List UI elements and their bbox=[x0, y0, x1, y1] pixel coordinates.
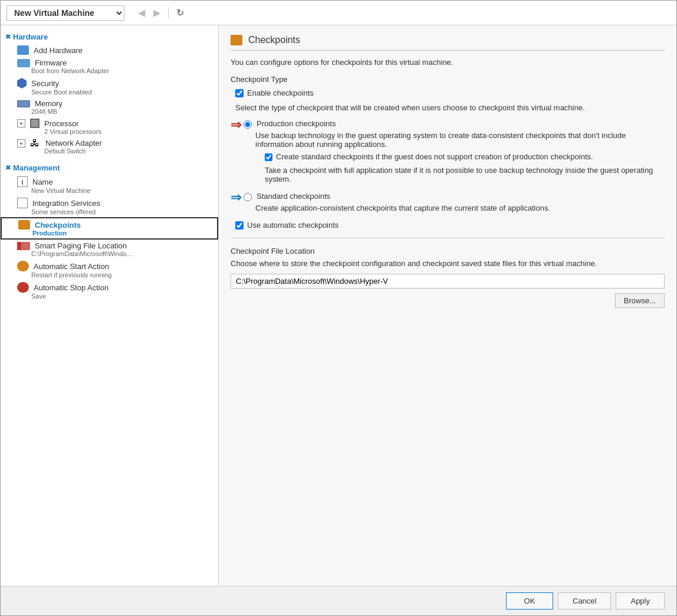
standard-radio-content: Standard checkpoints Create application-… bbox=[244, 192, 665, 216]
standard-radio-section: ⇒ Standard checkpoints Create applicatio… bbox=[231, 192, 665, 216]
forward-button[interactable]: ▶ bbox=[150, 5, 163, 20]
autostop-sublabel: Save bbox=[17, 293, 213, 300]
enable-checkpoints-label[interactable]: Enable checkpoints bbox=[247, 89, 314, 97]
title-bar-left: New Virtual Machine ◀ ▶ ↻ bbox=[6, 5, 187, 21]
sidebar-item-autostart[interactable]: Automatic Start Action Restart if previo… bbox=[1, 259, 218, 280]
toolbar-divider bbox=[168, 7, 169, 19]
panel-header-icon bbox=[231, 35, 242, 45]
firmware-sublabel: Boot from Network Adapter bbox=[17, 67, 213, 74]
ok-button[interactable]: OK bbox=[506, 592, 553, 610]
cancel-button[interactable]: Cancel bbox=[558, 592, 611, 610]
hardware-collapse-icon: ✖ bbox=[5, 33, 11, 41]
location-input-row bbox=[231, 274, 665, 289]
management-section-header[interactable]: ✖ Management bbox=[1, 161, 218, 175]
back-button[interactable]: ◀ bbox=[135, 5, 148, 20]
separator bbox=[231, 238, 665, 238]
use-automatic-label[interactable]: Use automatic checkpoints bbox=[247, 221, 338, 230]
right-panel: Checkpoints You can configure options fo… bbox=[219, 25, 676, 586]
name-icon: I bbox=[17, 176, 28, 187]
standard-note: Take a checkpoint with full application … bbox=[244, 166, 665, 184]
create-standard-label[interactable]: Create standard checkpoints if the guest… bbox=[276, 152, 593, 161]
hardware-header-label: Hardware bbox=[13, 32, 48, 41]
sidebar: ✖ Hardware Add Hardware Firmware Boot fr… bbox=[1, 25, 219, 586]
enable-checkpoints-checkbox[interactable] bbox=[235, 89, 244, 97]
sidebar-item-security[interactable]: Security Secure Boot enabled bbox=[1, 76, 218, 97]
standard-checkpoint-radio[interactable] bbox=[244, 193, 252, 201]
autostart-label: Automatic Start Action bbox=[34, 262, 109, 271]
sidebar-item-processor[interactable]: + Processor 2 Virtual processors bbox=[1, 117, 218, 137]
sidebar-item-integration-services[interactable]: Integration Services Some services offer… bbox=[1, 196, 218, 217]
sidebar-item-smart-paging[interactable]: Smart Paging File Location C:\ProgramDat… bbox=[1, 240, 218, 259]
memory-icon bbox=[17, 100, 30, 107]
management-header-label: Management bbox=[13, 163, 60, 172]
checkpoint-icon bbox=[18, 220, 30, 230]
smart-paging-sublabel: C:\ProgramData\Microsoft\Windo... bbox=[17, 250, 213, 257]
use-automatic-row: Use automatic checkpoints bbox=[231, 221, 665, 230]
sidebar-item-checkpoints[interactable]: Checkpoints Production bbox=[1, 217, 218, 240]
management-collapse-icon: ✖ bbox=[5, 164, 11, 172]
security-icon bbox=[17, 78, 27, 89]
checkpoint-type-label: Checkpoint Type bbox=[231, 75, 665, 84]
sidebar-item-firmware[interactable]: Firmware Boot from Network Adapter bbox=[1, 57, 218, 76]
sidebar-item-network-adapter[interactable]: + 🖧 Network Adapter Default Switch bbox=[1, 137, 218, 156]
vm-selector[interactable]: New Virtual Machine bbox=[6, 5, 124, 21]
location-input[interactable] bbox=[231, 274, 665, 289]
panel-description: You can configure options for checkpoint… bbox=[231, 58, 665, 67]
blue-arrow-icon: ⇒ bbox=[231, 192, 241, 204]
memory-label: Memory bbox=[35, 99, 63, 108]
location-description: Choose where to store the checkpoint con… bbox=[231, 259, 665, 268]
name-label: Name bbox=[32, 178, 53, 186]
firmware-icon bbox=[17, 59, 30, 67]
production-radio-row: Production checkpoints bbox=[244, 119, 665, 129]
production-radio-content: Production checkpoints Use backup techno… bbox=[244, 119, 665, 189]
processor-expander[interactable]: + bbox=[17, 119, 25, 127]
sidebar-item-autostop[interactable]: Automatic Stop Action Save bbox=[1, 280, 218, 302]
autostart-sublabel: Restart if previously running bbox=[17, 271, 213, 278]
standard-radio-label[interactable]: Standard checkpoints bbox=[257, 192, 330, 201]
security-sublabel: Secure Boot enabled bbox=[17, 89, 213, 96]
production-checkpoint-radio[interactable] bbox=[244, 120, 252, 129]
sidebar-item-memory[interactable]: Memory 2048 MB bbox=[1, 97, 218, 117]
main-content: ✖ Hardware Add Hardware Firmware Boot fr… bbox=[1, 25, 676, 586]
create-standard-checkbox[interactable] bbox=[265, 153, 272, 161]
name-sublabel: New Virtual Machine bbox=[17, 187, 213, 194]
autostop-icon bbox=[17, 282, 29, 293]
sidebar-item-name[interactable]: I Name New Virtual Machine bbox=[1, 175, 218, 196]
refresh-button[interactable]: ↻ bbox=[173, 5, 187, 20]
security-label: Security bbox=[31, 79, 59, 88]
add-hardware-label: Add Hardware bbox=[34, 46, 83, 55]
create-standard-checkbox-row: Create standard checkpoints if the guest… bbox=[244, 152, 665, 161]
hardware-section-header[interactable]: ✖ Hardware bbox=[1, 30, 218, 44]
processor-sublabel: 2 Virtual processors bbox=[17, 128, 213, 135]
enable-checkpoints-row: Enable checkpoints bbox=[231, 89, 665, 97]
firmware-label: Firmware bbox=[35, 58, 67, 67]
toolbar: ◀ ▶ ↻ bbox=[135, 5, 187, 20]
network-expander[interactable]: + bbox=[17, 139, 25, 148]
smart-paging-icon bbox=[17, 242, 30, 250]
production-radio-label[interactable]: Production checkpoints bbox=[257, 119, 336, 128]
integration-label: Integration Services bbox=[32, 199, 100, 208]
add-hardware-icon bbox=[17, 45, 29, 55]
checkpoints-label: Checkpoints bbox=[35, 221, 81, 230]
sidebar-item-add-hardware[interactable]: Add Hardware bbox=[1, 44, 218, 57]
integration-sublabel: Some services offered bbox=[17, 208, 213, 215]
autostart-icon bbox=[17, 261, 29, 271]
autostop-label: Automatic Stop Action bbox=[34, 283, 109, 292]
standard-radio-row: Standard checkpoints bbox=[244, 192, 665, 201]
panel-title: Checkpoints bbox=[248, 35, 300, 45]
bottom-bar: OK Cancel Apply bbox=[1, 586, 676, 615]
location-section-label: Checkpoint File Location bbox=[231, 247, 665, 255]
use-automatic-checkbox[interactable] bbox=[235, 221, 244, 230]
integration-icon bbox=[17, 198, 28, 208]
browse-button[interactable]: Browse... bbox=[615, 293, 665, 308]
processor-icon bbox=[30, 119, 40, 128]
standard-description: Create application-consistent checkpoint… bbox=[244, 204, 665, 212]
browse-row: Browse... bbox=[231, 293, 665, 308]
apply-button[interactable]: Apply bbox=[616, 592, 665, 610]
red-arrow-icon: ⇒ bbox=[231, 119, 241, 131]
checkpoints-sublabel: Production bbox=[18, 230, 212, 237]
select-type-text: Select the type of checkpoint that will … bbox=[231, 103, 665, 112]
memory-sublabel: 2048 MB bbox=[17, 108, 213, 115]
network-label: Network Adapter bbox=[45, 139, 102, 148]
panel-header: Checkpoints bbox=[231, 35, 665, 51]
